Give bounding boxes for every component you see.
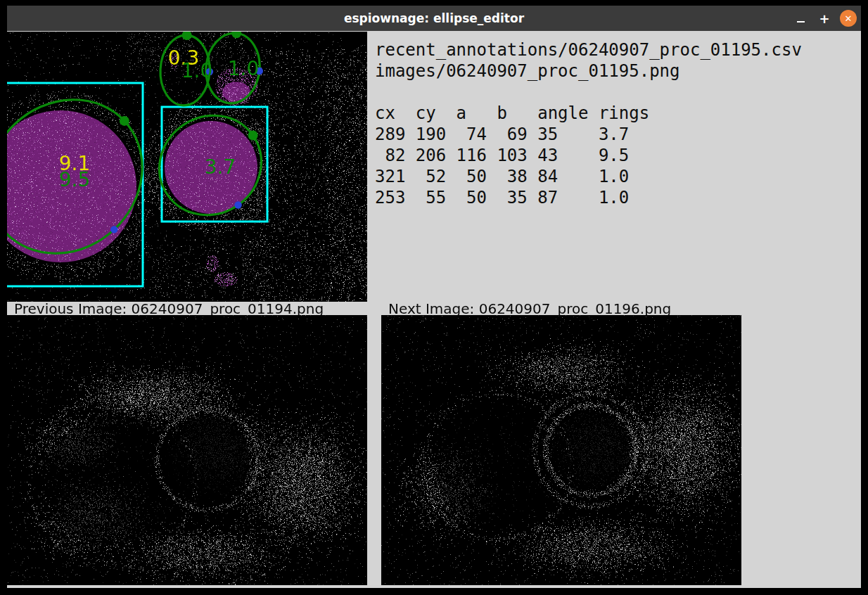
minimize-button[interactable] xyxy=(792,10,809,27)
previous-image-label: Previous Image: 06240907_proc_01194.png xyxy=(14,302,324,316)
next-image-preview[interactable] xyxy=(381,315,741,585)
previous-image-preview[interactable] xyxy=(7,315,367,585)
next-image-label: Next Image: 06240907_proc_01196.png xyxy=(388,302,671,316)
maximize-icon: + xyxy=(819,11,829,26)
annotated-image-canvas[interactable] xyxy=(7,32,367,302)
close-button[interactable]: ✕ xyxy=(840,10,857,27)
content-area: recent_annotations/06240907_proc_01195.c… xyxy=(7,31,861,588)
app-window: espiownage: ellipse_editor + ✕ recent_an… xyxy=(0,0,868,595)
close-icon: ✕ xyxy=(845,13,853,24)
maximize-button[interactable]: + xyxy=(816,10,833,27)
minimize-icon xyxy=(797,21,805,23)
annotation-text-panel: recent_annotations/06240907_proc_01195.c… xyxy=(375,39,802,208)
titlebar: espiownage: ellipse_editor + ✕ xyxy=(7,6,861,31)
window-title: espiownage: ellipse_editor xyxy=(7,6,861,31)
